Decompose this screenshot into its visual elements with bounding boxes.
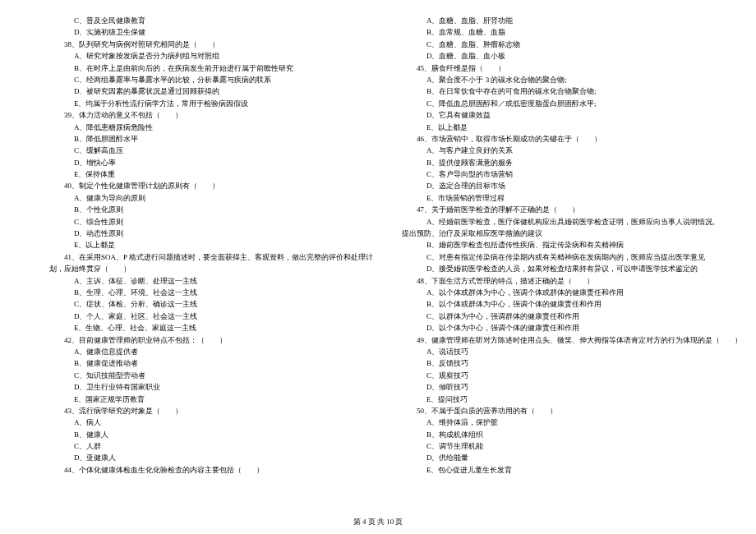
text-line: B、在时序上是由前向后的，在疾病发生前开始进行属于前瞻性研究 xyxy=(49,62,373,74)
text-line: A、病人 xyxy=(49,417,373,428)
text-line: A、主诉、体征、诊断、处理这一主线 xyxy=(49,275,373,287)
text-line: 45、膳食纤维是指（ ） xyxy=(402,62,742,74)
text-line: E、国家正规学历教育 xyxy=(49,394,373,405)
text-line: D、个人、家庭、社区、社会这一主线 xyxy=(49,311,373,322)
text-line: A、降低患糖尿病危险性 xyxy=(49,122,373,133)
text-line: 40、制定个性化健康管理计划的原则有（ ） xyxy=(49,180,373,191)
text-line: 44、个体化健康体检血生化化验检查的内容主要包括（ ） xyxy=(49,464,373,476)
text-line: C、综合性原则 xyxy=(49,216,373,228)
text-line: A、维持体温，保护脏 xyxy=(402,417,742,428)
text-line: A、聚合度不小于 3 的碳水化合物的聚合物; xyxy=(402,74,742,85)
text-line: 38、队列研究与病例对照研究相同的是（ ） xyxy=(49,39,373,50)
text-line: 43、流行病学研究的对象是（ ） xyxy=(49,405,373,417)
right-column: A、血糖、血脂、肝肾功能B、血常规、血糖、血脂C、血糖、血脂、肿瘤标志物D、血糖… xyxy=(402,15,742,499)
text-line: E、提问技巧 xyxy=(402,394,742,405)
text-line: A、说话技巧 xyxy=(402,346,742,357)
text-line: D、供给能量 xyxy=(402,452,742,463)
text-line: B、降低胆固醇水平 xyxy=(49,133,373,145)
text-line: 47、关于婚前医学检查的理解不正确的是（ ） xyxy=(402,204,742,215)
text-line: 39、体力活动的意义不包括（ ） xyxy=(49,109,373,121)
text-line: C、以群体为中心，强调群体的健康责任和作用 xyxy=(402,311,742,322)
text-line: C、调节生理机能 xyxy=(402,440,742,452)
text-line: B、构成机体组织 xyxy=(402,429,742,440)
text-line: 49、健康管理师在听对方陈述时使用点头、微笑、伸大拇指等体语肯定对方的行为体现的… xyxy=(402,334,742,346)
text-line: A、健康为导向的原则 xyxy=(49,192,373,204)
text-line: D、动态性原则 xyxy=(49,228,373,239)
text-line: E、以上都是 xyxy=(402,122,742,133)
text-line: B、个性化原则 xyxy=(49,204,373,215)
text-line: A、健康信息提供者 xyxy=(49,346,373,357)
text-line: C、观察技巧 xyxy=(402,370,742,381)
text-line: C、经两组暴露率与暴露水平的比较，分析暴露与疾病的联系 xyxy=(49,74,373,85)
text-line: B、健康促进推动者 xyxy=(49,357,373,369)
text-line: C、客户导向型的市场营销 xyxy=(402,168,742,180)
text-line: D、卫生行业特有国家职业 xyxy=(49,381,373,393)
text-line: E、市场营销的管理过程 xyxy=(402,192,742,204)
text-line: A、血糖、血脂、肝肾功能 xyxy=(402,15,742,26)
text-line: D、血糖、血脂、血小板 xyxy=(402,50,742,62)
page-footer: 第 4 页 共 10 页 xyxy=(0,516,756,527)
text-line: E、均属于分析性流行病学方法，常用于检验病因假设 xyxy=(49,98,373,109)
text-line: D、倾听技巧 xyxy=(402,381,742,393)
text-line: 提出预防、治疗及采取相应医学措施的建议 xyxy=(402,228,742,239)
text-line: C、血糖、血脂、肿瘤标志物 xyxy=(402,39,742,50)
text-line: D、接受婚前医学检查的人员，如果对检查结果持有异议，可以申请医学技术鉴定的 xyxy=(402,263,742,274)
text-line: E、以上都是 xyxy=(49,239,373,251)
left-column: C、普及全民健康教育D、实施初级卫生保健38、队列研究与病例对照研究相同的是（ … xyxy=(49,15,373,499)
text-line: 42、目前健康管理师的职业特点不包括：（ ） xyxy=(49,334,373,346)
text-line: B、健康人 xyxy=(49,429,373,440)
text-line: E、生物、心理、社会、家庭这一主线 xyxy=(49,322,373,334)
text-line: D、实施初级卫生保健 xyxy=(49,26,373,38)
text-line: B、提供使顾客满意的服务 xyxy=(402,157,742,168)
text-line: C、降低血总胆固醇和／或低密度脂蛋白胆固醇水平; xyxy=(402,98,742,109)
text-line: 划，应始终贯穿（ ） xyxy=(49,263,373,274)
text-line: C、普及全民健康教育 xyxy=(49,15,373,26)
text-line: E、保持体重 xyxy=(49,168,373,180)
text-line: E、包心促进儿童生长发育 xyxy=(402,464,742,476)
text-line: C、知识技能型劳动者 xyxy=(49,370,373,381)
text-line: A、研究对象按发病是否分为病列组与对照组 xyxy=(49,50,373,62)
text-line: C、人群 xyxy=(49,440,373,452)
text-line: B、在日常饮食中存在的可食用的碳水化合物聚合物; xyxy=(402,85,742,97)
text-line: D、选定合理的目标市场 xyxy=(402,180,742,191)
text-line: C、症状、体检、分析、确诊这一主线 xyxy=(49,298,373,310)
text-line: D、它具有健康效益 xyxy=(402,109,742,121)
text-line: B、血常规、血糖、血脂 xyxy=(402,26,742,38)
text-line: C、对患有指定传染病在传染期内或有关精神病在发病期内的，医师应当提出医学意见 xyxy=(402,251,742,263)
text-line: D、增快心率 xyxy=(49,157,373,168)
text-line: B、以个体或群体为中心，强调个体的健康责任和作用 xyxy=(402,298,742,310)
text-line: B、生理、心理、环境、社会这一主线 xyxy=(49,287,373,298)
text-line: D、亚健康人 xyxy=(49,452,373,463)
text-line: B、婚前医学检查包括遗传性疾病、指定传染病和有关精神病 xyxy=(402,239,742,251)
text-line: D、被研究因素的暴露状况是通过回顾获得的 xyxy=(49,85,373,97)
text-line: B、反馈技巧 xyxy=(402,357,742,369)
text-line: 41、在采用SOA、P 格式进行问题描述时，要全面获得主、客观资料，做出完整的评… xyxy=(49,251,373,263)
text-line: A、经婚前医学检查，医疗保健机构应出具婚前医学检查证明，医师应向当事人说明情况, xyxy=(402,216,742,228)
text-line: D、以个体为中心，强调个体的健康责任和作用 xyxy=(402,322,742,334)
text-line: 46、市场营销中，取得市场长期成功的关键在于（ ） xyxy=(402,133,742,145)
text-line: 48、下面生活方式管理的特点，描述正确的是（ ） xyxy=(402,275,742,287)
text-line: A、以个体或群体为中心，强调个体或群体的健康责任和作用 xyxy=(402,287,742,298)
text-line: 50、不属于蛋白质的营养功用的有（ ） xyxy=(402,405,742,417)
text-line: A、与客户建立良好的关系 xyxy=(402,145,742,156)
text-line: C、缓解高血压 xyxy=(49,145,373,156)
